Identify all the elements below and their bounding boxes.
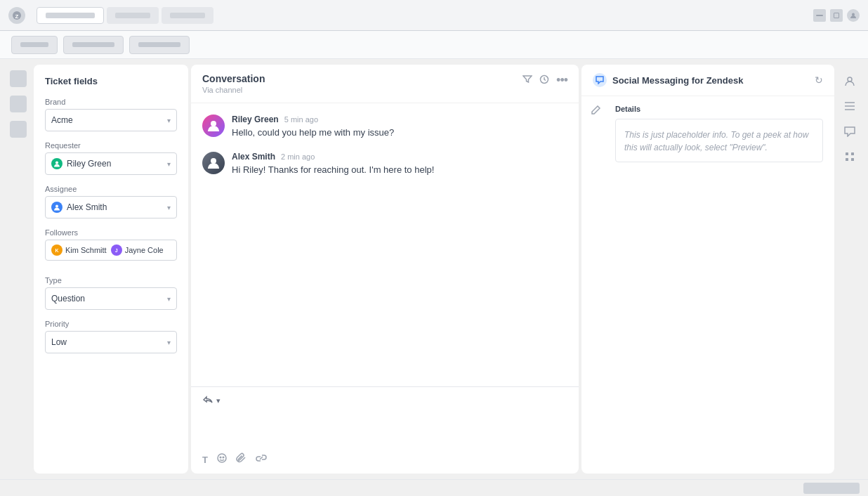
svg-point-10 [223, 457, 224, 458]
svg-point-3 [55, 162, 58, 164]
priority-chevron: ▾ [167, 339, 171, 346]
assignee-field-group: Assignee Alex Smith ▾ [45, 185, 177, 218]
app-logo: Z [8, 7, 25, 24]
conversation-header: Conversation Via channel ••• [191, 65, 579, 103]
assignee-avatar [51, 202, 63, 213]
link-icon[interactable] [256, 452, 267, 466]
message-1-header: Riley Green 5 min ago [232, 115, 394, 124]
social-header: Social Messaging for Zendesk ↻ [581, 65, 834, 96]
action-btn-1[interactable] [11, 36, 58, 54]
assignee-label: Assignee [45, 185, 177, 193]
message-2-body: Alex Smith 2 min ago Hi Riley! Thanks fo… [232, 152, 434, 175]
reply-icon[interactable] [202, 394, 213, 407]
apps-grid-icon[interactable] [842, 149, 857, 164]
svg-point-9 [220, 457, 221, 458]
reply-dropdown-icon[interactable]: ▾ [216, 396, 221, 405]
brand-label: Brand [45, 98, 177, 106]
requester-select[interactable]: Riley Green ▾ [45, 152, 177, 175]
conv-header-icons: ••• [522, 73, 567, 88]
requester-field-group: Requester Riley Green ▾ [45, 141, 177, 175]
tab-2[interactable] [107, 7, 159, 24]
history-icon[interactable] [539, 74, 549, 86]
top-bar-tabs [37, 7, 808, 24]
edit-icon-column [581, 96, 604, 171]
second-bar [0, 31, 868, 59]
message-2: Alex Smith 2 min ago Hi Riley! Thanks fo… [202, 152, 567, 175]
action-btn-3[interactable] [129, 36, 190, 54]
minimize-icon[interactable] [813, 9, 826, 22]
top-bar: Z [0, 0, 868, 31]
details-placeholder: This is just placeholder info. To get a … [615, 119, 823, 162]
top-bar-actions [813, 9, 860, 22]
social-body-row: Details This is just placeholder info. T… [581, 96, 834, 171]
brand-value: Acme [51, 115, 73, 125]
assignee-select[interactable]: Alex Smith ▾ [45, 196, 177, 218]
text-format-icon[interactable]: T [202, 455, 208, 465]
message-1-name: Riley Green [232, 115, 279, 124]
footer-toolbar: T [202, 452, 567, 466]
social-panel: Social Messaging for Zendesk ↻ Details T… [581, 65, 834, 474]
svg-rect-17 [846, 158, 848, 161]
action-btn-2[interactable] [63, 36, 124, 54]
message-1-body: Riley Green 5 min ago Hello, could you h… [232, 115, 394, 138]
svg-rect-18 [851, 158, 854, 161]
priority-value: Low [51, 337, 67, 347]
requester-value-wrap: Riley Green [51, 158, 111, 169]
svg-point-11 [848, 77, 852, 81]
reply-text-area[interactable] [202, 413, 567, 447]
type-chevron: ▾ [167, 295, 171, 303]
edit-icon[interactable] [590, 105, 601, 116]
brand-select[interactable]: Acme ▾ [45, 109, 177, 131]
account-icon[interactable] [847, 9, 860, 22]
priority-field-group: Priority Low ▾ [45, 320, 177, 353]
tab-1[interactable] [37, 7, 104, 24]
list-view-icon[interactable] [842, 98, 857, 114]
filter-icon[interactable] [522, 74, 532, 86]
conversation-panel: Conversation Via channel ••• [191, 65, 579, 474]
conv-subtitle: Via channel [202, 86, 265, 94]
status-bar-button[interactable] [803, 483, 860, 494]
details-placeholder-text: This is just placeholder info. To get a … [624, 130, 808, 152]
attach-icon[interactable] [236, 452, 247, 466]
type-select[interactable]: Question ▾ [45, 287, 177, 310]
follower-1-avatar: K [51, 244, 63, 256]
followers-field[interactable]: K Kim Schmitt J Jayne Cole [45, 240, 177, 261]
chat-bubble-icon[interactable] [842, 124, 857, 139]
conv-title: Conversation [202, 73, 265, 84]
assignee-value: Alex Smith [67, 202, 107, 212]
user-profile-icon[interactable] [842, 73, 857, 89]
svg-text:Z: Z [15, 13, 19, 20]
assignee-value-wrap: Alex Smith [51, 202, 107, 213]
message-2-time: 2 min ago [281, 152, 315, 161]
details-label: Details [615, 105, 823, 113]
svg-point-2 [852, 13, 855, 15]
social-msg-icon [593, 73, 607, 87]
sidebar-icon-2[interactable] [10, 96, 27, 112]
requester-avatar [51, 158, 63, 169]
followers-field-group: Followers K Kim Schmitt J Jayne Cole [45, 228, 177, 261]
message-1-time: 5 min ago [284, 115, 318, 124]
ticket-fields-title: Ticket fields [45, 76, 177, 86]
brand-field-group: Brand Acme ▾ [45, 98, 177, 131]
svg-point-6 [211, 121, 216, 126]
svg-rect-16 [851, 152, 854, 155]
priority-select[interactable]: Low ▾ [45, 331, 177, 353]
sidebar-icon-1[interactable] [10, 70, 27, 87]
svg-point-8 [218, 454, 226, 462]
requester-chevron: ▾ [167, 160, 171, 168]
brand-chevron: ▾ [167, 117, 171, 124]
svg-point-4 [55, 205, 58, 208]
follower-2-avatar: J [111, 244, 122, 256]
refresh-icon[interactable]: ↻ [815, 74, 823, 86]
emoji-icon[interactable] [216, 452, 228, 466]
sidebar-icon-3[interactable] [10, 121, 27, 138]
social-details: Details This is just placeholder info. T… [604, 96, 834, 171]
tab-3[interactable] [162, 7, 213, 24]
type-field-group: Type Question ▾ [45, 276, 177, 310]
maximize-icon[interactable] [830, 9, 843, 22]
follower-2: J Jayne Cole [111, 244, 164, 256]
type-label: Type [45, 276, 177, 285]
followers-label: Followers [45, 228, 177, 237]
follower-2-name: Jayne Cole [125, 246, 164, 254]
more-icon[interactable]: ••• [556, 73, 567, 88]
